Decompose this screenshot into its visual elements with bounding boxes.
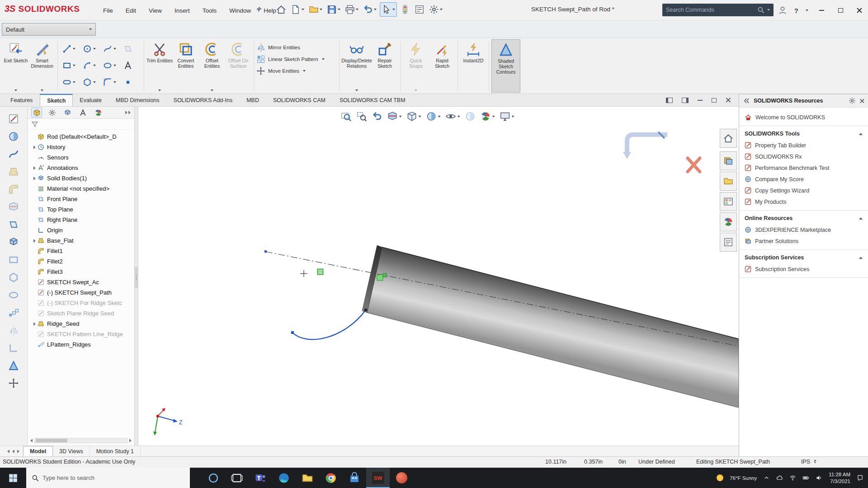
units-selector[interactable]: IPS	[801, 459, 810, 465]
caret-down-icon[interactable]	[419, 116, 421, 117]
caret-down-icon[interactable]	[806, 9, 808, 11]
tree-item-fillet1[interactable]: Fillet1	[28, 246, 134, 256]
caret-down-icon[interactable]	[73, 81, 75, 83]
shaded-sketch-contours-button[interactable]: Shaded Sketch Contours	[491, 39, 520, 93]
task-view-icon[interactable]	[225, 468, 249, 488]
tree-item-origin[interactable]: Origin	[28, 225, 134, 235]
tree-item-base-flat[interactable]: Base_Flat	[28, 235, 134, 246]
display-delete-relations-button[interactable]: Display/Delete Relations	[342, 39, 372, 93]
start-button[interactable]	[0, 468, 26, 488]
tab-solidworks-addins[interactable]: SOLIDWORKS Add-Ins	[167, 94, 240, 106]
caret-down-icon[interactable]	[338, 9, 340, 10]
minimize-button[interactable]	[816, 5, 827, 16]
slot-tool-button[interactable]	[60, 78, 80, 87]
red-app-icon[interactable]	[390, 468, 413, 488]
help-icon[interactable]: ?	[794, 7, 798, 14]
maximize-button[interactable]	[835, 5, 846, 16]
new-document-button[interactable]	[289, 3, 306, 16]
tree-item-top-plane[interactable]: Top Plane	[28, 204, 134, 215]
caret-down-icon[interactable]	[89, 28, 92, 30]
curves-tool-icon[interactable]	[6, 359, 21, 372]
caret-down-icon[interactable]	[492, 116, 495, 117]
expand-arrow-icon[interactable]	[31, 177, 38, 180]
selection-filter-icon[interactable]	[399, 3, 411, 16]
doc-restore-icon[interactable]	[712, 98, 717, 103]
onedrive-cloud-icon[interactable]	[776, 474, 783, 481]
instant2d-button[interactable]: Instant2D	[460, 39, 486, 93]
caret-down-icon[interactable]	[374, 9, 377, 10]
tree-item-fillet2[interactable]: Fillet2	[28, 256, 134, 267]
tree-item-sketch-swept-ac[interactable]: SKETCH Swept_Ac	[28, 277, 134, 287]
cortana-icon[interactable]	[202, 468, 225, 488]
expand-arrow-icon[interactable]	[31, 145, 38, 149]
caret-down-icon[interactable]	[93, 81, 96, 83]
convert-entities-button[interactable]: Convert Entities	[173, 39, 199, 93]
tab-sketch[interactable]: Sketch	[40, 94, 73, 106]
menu-tools[interactable]: Tools	[203, 7, 217, 14]
pattern-tool-icon[interactable]	[6, 306, 21, 319]
caret-down-icon[interactable]	[14, 89, 17, 91]
options-button[interactable]	[428, 3, 444, 16]
open-button[interactable]	[307, 3, 324, 16]
tab-mbd-dimensions[interactable]: MBD Dimensions	[109, 94, 167, 106]
weather-sun-icon[interactable]	[717, 474, 723, 481]
caret-down-icon[interactable]	[320, 9, 322, 10]
subscription-services-link[interactable]: Subscription Services	[739, 263, 868, 275]
print-button[interactable]	[344, 3, 360, 16]
doc-close-icon[interactable]	[726, 98, 731, 103]
mirror-entities-button[interactable]: Mirror Entities	[256, 43, 337, 52]
revolve-tool-icon[interactable]	[6, 130, 21, 143]
collapse-panel-icon[interactable]	[743, 97, 750, 104]
caret-down-icon[interactable]	[303, 70, 306, 72]
panel-settings-gear-icon[interactable]	[849, 97, 856, 104]
caret-down-icon[interactable]	[767, 9, 770, 11]
trim-entities-button[interactable]: Trim Entities	[146, 39, 173, 93]
taskbar-search-input[interactable]	[42, 474, 184, 481]
section-view-icon[interactable]	[387, 110, 403, 122]
tree-item-history[interactable]: History	[28, 142, 134, 152]
scroll-left-icon[interactable]	[30, 439, 33, 442]
tree-root-part[interactable]: Rod (Default<<Default>_D	[28, 131, 134, 142]
scrollbar-track[interactable]	[34, 438, 127, 443]
configuration-dropdown[interactable]: Default	[2, 23, 96, 36]
rapid-sketch-button[interactable]: Rapid Sketch	[429, 39, 455, 93]
hide-show-items-icon[interactable]	[445, 110, 461, 122]
show-left-pane-icon[interactable]	[666, 98, 673, 103]
tree-item-front-plane[interactable]: Front Plane	[28, 194, 134, 204]
command-search-input[interactable]	[666, 7, 755, 13]
taskbar-search[interactable]	[26, 468, 190, 488]
collapse-section-icon[interactable]	[859, 217, 863, 220]
home-button[interactable]	[275, 3, 288, 16]
weather-text[interactable]: 76°F Sunny	[730, 475, 757, 481]
menu-insert[interactable]: Insert	[175, 7, 190, 14]
linear-sketch-pattern-button[interactable]: Linear Sketch Pattern	[256, 55, 337, 64]
save-button[interactable]	[326, 3, 342, 16]
hidden-icons-chevron[interactable]	[763, 474, 770, 481]
circle-tool-button[interactable]	[80, 44, 101, 53]
caret-down-icon[interactable]	[73, 65, 75, 66]
solidworks-rx-link[interactable]: SOLIDWORKS Rx	[739, 151, 868, 162]
tree-item-sketch-pattern-line[interactable]: SKETCH Pattern Line_Ridge	[28, 329, 134, 339]
polygon-tool-button[interactable]	[80, 78, 101, 87]
solidworks-taskbar-icon[interactable]: SW	[366, 468, 390, 488]
caret-down-icon[interactable]	[73, 48, 75, 50]
caret-down-icon[interactable]	[113, 65, 116, 66]
menu-file[interactable]: File	[103, 7, 113, 14]
notification-center-icon[interactable]	[857, 474, 863, 481]
splitter-handle[interactable]	[135, 267, 138, 288]
caret-down-icon[interactable]	[440, 9, 443, 10]
manager-flyout-icon[interactable]	[125, 111, 131, 114]
menu-window[interactable]: Window	[229, 7, 251, 14]
select-button[interactable]	[380, 2, 397, 17]
user-account-icon[interactable]	[778, 6, 787, 15]
battery-icon[interactable]	[802, 474, 809, 481]
properties-button[interactable]	[413, 3, 426, 16]
caret-down-icon[interactable]	[93, 65, 96, 66]
custom-properties-tab[interactable]	[720, 233, 737, 252]
line-tool-button[interactable]	[60, 44, 80, 53]
panel-splitter[interactable]	[135, 107, 138, 446]
marketplace-link[interactable]: 3DEXPERIENCE Marketplace	[739, 224, 868, 235]
tab-features[interactable]: Features	[4, 94, 40, 106]
scrollbar-thumb[interactable]	[36, 439, 67, 442]
caret-down-icon[interactable]	[356, 9, 359, 10]
